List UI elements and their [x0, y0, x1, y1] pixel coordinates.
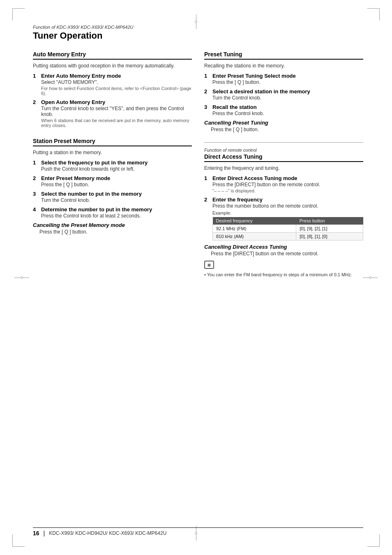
step-body: Select "AUTO MEMORY". [41, 79, 192, 85]
auto-memory-title: Auto Memory Entry [33, 51, 192, 60]
step-heading: Determine the number to put in the memor… [41, 206, 192, 213]
step-body: Press the [ Q ] button. [212, 79, 363, 85]
page-container: Function of KDC-X993/ KDC-X693/ KDC-MP64… [0, 0, 392, 555]
list-item: 4 Determine the number to put in the mem… [33, 206, 192, 219]
step-body: Press the [ Q ] button. [41, 182, 192, 187]
section-auto-memory: Auto Memory Entry Putting stations with … [33, 51, 192, 128]
function-label: Function of KDC-X993/ KDC-X693/ KDC-MP64… [33, 25, 363, 30]
step-number: 1 [204, 175, 210, 193]
note-icon: ⊞ [204, 261, 214, 269]
station-preset-title: Station Preset Memory [33, 138, 192, 146]
section-preset-tuning: Preset Tuning Recalling the stations in … [204, 51, 363, 132]
section-direct-access: Function of remote control Direct Access… [204, 148, 363, 277]
frequency-table: Desired frequency Press button 92.1 MHz … [212, 217, 363, 240]
cancel-preset-tuning: Cancelling Preset Tuning Press the [ Q ]… [204, 120, 363, 132]
step-body: Push the Control knob towards right or l… [41, 166, 192, 172]
note-container: ⊞ • You can enter the FM band frequency … [204, 261, 363, 277]
cancel-preset-memory: Cancelling the Preset Memory mode Press … [33, 222, 192, 235]
cancel-body: Press the [ Q ] button. [211, 127, 363, 132]
table-header-press: Press button [296, 217, 363, 225]
step-body: Press the number buttons on the remote c… [212, 203, 363, 209]
page-separator: | [44, 530, 45, 536]
step-content: Enter the frequency Press the number but… [212, 197, 363, 240]
function-remote-label: Function of remote control [204, 148, 363, 153]
example-label: Example: [212, 210, 363, 215]
table-cell-freq: 92.1 MHz (FM) [213, 225, 296, 233]
step-number: 3 [33, 191, 39, 203]
step-heading: Enter Preset Tuning Select mode [212, 73, 363, 79]
page-footer: 16 | KDC-X993/ KDC-HD942U/ KDC-X693/ KDC… [33, 527, 363, 536]
divider [204, 142, 363, 143]
step-body: Press the [DIRECT] button on the remote … [212, 182, 363, 187]
step-heading: Select the number to put in the memory [41, 191, 192, 197]
step-number: 2 [204, 88, 210, 101]
step-body: Press the Control knob. [212, 111, 363, 116]
step-number: 1 [33, 160, 39, 172]
left-column: Auto Memory Entry Putting stations with … [33, 51, 192, 287]
direct-access-title: Direct Access Tuning [204, 153, 363, 162]
list-item: 2 Enter Preset Memory mode Press the [ Q… [33, 175, 192, 187]
step-content: Enter Auto Memory Entry mode Select "AUT… [41, 73, 192, 96]
direct-access-subtitle: Entering the frequency and tuning. [204, 165, 363, 171]
station-preset-subtitle: Putting a station in the memory. [33, 150, 192, 155]
step-heading: Enter Direct Access Tuning mode [212, 175, 363, 181]
table-cell-press: [0], [9], [2], [1] [296, 225, 363, 233]
cancel-body: Press the [DIRECT] button on the remote … [211, 251, 363, 257]
step-number: 1 [204, 73, 210, 85]
list-item: 1 Enter Preset Tuning Select mode Press … [204, 73, 363, 85]
step-number: 1 [33, 73, 39, 96]
note-text: • You can enter the FM band frequency in… [204, 272, 363, 277]
step-content: Enter Preset Memory mode Press the [ Q ]… [41, 175, 192, 187]
step-heading: Open Auto Memory Entry [41, 99, 192, 105]
step-content: Enter Preset Tuning Select mode Press th… [212, 73, 363, 85]
list-item: 1 Enter Auto Memory Entry mode Select "A… [33, 73, 192, 96]
page-title: Tuner Operation [33, 30, 363, 41]
step-number: 4 [33, 206, 39, 219]
preset-tuning-subtitle: Recalling the stations in the memory. [204, 63, 363, 69]
cancel-heading: Cancelling the Preset Memory mode [33, 222, 192, 228]
cancel-heading: Cancelling Preset Tuning [204, 120, 363, 126]
preset-tuning-title: Preset Tuning [204, 51, 363, 60]
list-item: 3 Recall the station Press the Control k… [204, 104, 363, 116]
step-body: Press the Control knob for at least 2 se… [41, 213, 192, 219]
step-number: 3 [204, 104, 210, 116]
step-heading: Enter the frequency [212, 197, 363, 203]
table-row: 810 kHz (AM) [0], [8], [1], [0] [213, 233, 363, 240]
right-column: Preset Tuning Recalling the stations in … [204, 51, 363, 287]
table-header-freq: Desired frequency [213, 217, 296, 225]
list-item: 2 Enter the frequency Press the number b… [204, 197, 363, 240]
step-content: Select the number to put in the memory T… [41, 191, 192, 203]
step-content: Select the frequency to put in the memor… [41, 160, 192, 172]
section-station-preset: Station Preset Memory Putting a station … [33, 138, 192, 235]
table-cell-freq: 810 kHz (AM) [213, 233, 296, 240]
step-content: Select a desired station in the memory T… [212, 88, 363, 101]
station-preset-steps: 1 Select the frequency to put in the mem… [33, 160, 192, 219]
step-heading: Select a desired station in the memory [212, 88, 363, 95]
step-number: 2 [33, 175, 39, 187]
step-heading: Enter Preset Memory mode [41, 175, 192, 181]
step-number: 2 [204, 197, 210, 240]
list-item: 3 Select the number to put in the memory… [33, 191, 192, 203]
step-content: Recall the station Press the Control kno… [212, 104, 363, 116]
footer-models: KDC-X993/ KDC-HD942U/ KDC-X693/ KDC-MP64… [49, 530, 166, 536]
step-body: Turn the Control knob. [41, 197, 192, 203]
step-heading: Recall the station [212, 104, 363, 110]
table-cell-press: [0], [8], [1], [0] [296, 233, 363, 240]
step-note: "– – – –" is displayed. [212, 188, 363, 193]
preset-tuning-steps: 1 Enter Preset Tuning Select mode Press … [204, 73, 363, 116]
direct-access-steps: 1 Enter Direct Access Tuning mode Press … [204, 175, 363, 240]
page-number: 16 [33, 530, 39, 536]
auto-memory-steps: 1 Enter Auto Memory Entry mode Select "A… [33, 73, 192, 128]
list-item: 2 Open Auto Memory Entry Turn the Contro… [33, 99, 192, 128]
content-grid: Auto Memory Entry Putting stations with … [33, 51, 363, 287]
list-item: 1 Enter Direct Access Tuning mode Press … [204, 175, 363, 193]
step-heading: Select the frequency to put in the memor… [41, 160, 192, 166]
step-body: Turn the Control knob. [212, 95, 363, 101]
step-note: When 6 stations that can be received are… [41, 118, 192, 128]
cancel-body: Press the [ Q ] button. [39, 229, 192, 235]
step-number: 2 [33, 99, 39, 128]
step-heading: Enter Auto Memory Entry mode [41, 73, 192, 79]
step-content: Enter Direct Access Tuning mode Press th… [212, 175, 363, 193]
list-item: 1 Select the frequency to put in the mem… [33, 160, 192, 172]
table-row: 92.1 MHz (FM) [0], [9], [2], [1] [213, 225, 363, 233]
